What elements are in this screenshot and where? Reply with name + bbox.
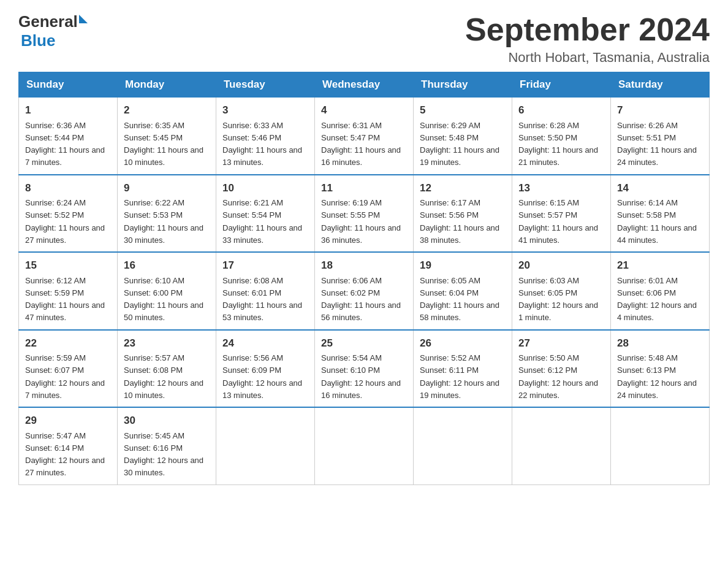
day-info: Sunrise: 5:45 AMSunset: 6:16 PMDaylight:… bbox=[124, 431, 203, 478]
weekday-header-thursday: Thursday bbox=[414, 72, 512, 98]
header: General Blue September 2024 North Hobart… bbox=[18, 12, 710, 66]
calendar-cell: 4 Sunrise: 6:31 AMSunset: 5:47 PMDayligh… bbox=[315, 98, 414, 175]
title-area: September 2024 North Hobart, Tasmania, A… bbox=[465, 12, 710, 66]
day-info: Sunrise: 6:12 AMSunset: 5:59 PMDaylight:… bbox=[25, 276, 105, 323]
calendar-cell: 2 Sunrise: 6:35 AMSunset: 5:45 PMDayligh… bbox=[118, 98, 216, 175]
day-info: Sunrise: 5:54 AMSunset: 6:10 PMDaylight:… bbox=[321, 353, 401, 400]
calendar-week-row: 29 Sunrise: 5:47 AMSunset: 6:14 PMDaylig… bbox=[19, 407, 710, 484]
day-number: 9 bbox=[124, 180, 210, 196]
day-info: Sunrise: 6:36 AMSunset: 5:44 PMDaylight:… bbox=[25, 121, 105, 167]
day-info: Sunrise: 6:03 AMSunset: 6:05 PMDaylight:… bbox=[518, 276, 598, 323]
calendar-cell: 14 Sunrise: 6:14 AMSunset: 5:58 PMDaylig… bbox=[611, 175, 710, 253]
calendar-cell: 26 Sunrise: 5:52 AMSunset: 6:11 PMDaylig… bbox=[414, 330, 512, 408]
logo: General Blue bbox=[18, 12, 88, 50]
calendar-week-row: 1 Sunrise: 6:36 AMSunset: 5:44 PMDayligh… bbox=[19, 98, 710, 175]
calendar-cell: 25 Sunrise: 5:54 AMSunset: 6:10 PMDaylig… bbox=[315, 330, 414, 408]
calendar-cell: 5 Sunrise: 6:29 AMSunset: 5:48 PMDayligh… bbox=[414, 98, 512, 175]
day-number: 26 bbox=[420, 335, 506, 351]
day-info: Sunrise: 5:48 AMSunset: 6:13 PMDaylight:… bbox=[617, 353, 697, 400]
logo-arrow-icon bbox=[79, 15, 88, 23]
day-number: 2 bbox=[124, 102, 210, 118]
day-number: 29 bbox=[25, 413, 111, 429]
day-info: Sunrise: 6:06 AMSunset: 6:02 PMDaylight:… bbox=[321, 276, 401, 323]
day-number: 3 bbox=[222, 102, 308, 118]
calendar-cell: 15 Sunrise: 6:12 AMSunset: 5:59 PMDaylig… bbox=[19, 252, 118, 330]
calendar-cell: 21 Sunrise: 6:01 AMSunset: 6:06 PMDaylig… bbox=[611, 252, 710, 330]
day-info: Sunrise: 6:05 AMSunset: 6:04 PMDaylight:… bbox=[420, 276, 499, 323]
day-number: 16 bbox=[124, 258, 210, 274]
calendar-cell bbox=[216, 407, 315, 484]
day-info: Sunrise: 6:08 AMSunset: 6:01 PMDaylight:… bbox=[222, 276, 302, 323]
calendar-cell: 20 Sunrise: 6:03 AMSunset: 6:05 PMDaylig… bbox=[512, 252, 611, 330]
day-info: Sunrise: 5:59 AMSunset: 6:07 PMDaylight:… bbox=[25, 353, 105, 400]
day-info: Sunrise: 5:50 AMSunset: 6:12 PMDaylight:… bbox=[518, 353, 598, 400]
day-number: 21 bbox=[617, 258, 703, 274]
calendar-cell: 30 Sunrise: 5:45 AMSunset: 6:16 PMDaylig… bbox=[118, 407, 216, 484]
day-number: 27 bbox=[518, 335, 604, 351]
calendar-cell: 23 Sunrise: 5:57 AMSunset: 6:08 PMDaylig… bbox=[118, 330, 216, 408]
calendar-table: SundayMondayTuesdayWednesdayThursdayFrid… bbox=[18, 72, 710, 485]
day-info: Sunrise: 6:10 AMSunset: 6:00 PMDaylight:… bbox=[124, 276, 203, 323]
day-number: 10 bbox=[222, 180, 308, 196]
calendar-cell bbox=[414, 407, 512, 484]
day-number: 24 bbox=[222, 335, 308, 351]
day-info: Sunrise: 5:56 AMSunset: 6:09 PMDaylight:… bbox=[222, 353, 302, 400]
calendar-cell: 6 Sunrise: 6:28 AMSunset: 5:50 PMDayligh… bbox=[512, 98, 611, 175]
day-info: Sunrise: 5:57 AMSunset: 6:08 PMDaylight:… bbox=[124, 353, 203, 400]
weekday-header-wednesday: Wednesday bbox=[315, 72, 414, 98]
calendar-cell: 3 Sunrise: 6:33 AMSunset: 5:46 PMDayligh… bbox=[216, 98, 315, 175]
day-info: Sunrise: 6:33 AMSunset: 5:46 PMDaylight:… bbox=[222, 121, 302, 167]
calendar-cell: 28 Sunrise: 5:48 AMSunset: 6:13 PMDaylig… bbox=[611, 330, 710, 408]
day-number: 11 bbox=[321, 180, 407, 196]
calendar-week-row: 8 Sunrise: 6:24 AMSunset: 5:52 PMDayligh… bbox=[19, 175, 710, 253]
day-info: Sunrise: 5:52 AMSunset: 6:11 PMDaylight:… bbox=[420, 353, 499, 400]
calendar-cell: 13 Sunrise: 6:15 AMSunset: 5:57 PMDaylig… bbox=[512, 175, 611, 253]
day-number: 13 bbox=[518, 180, 604, 196]
day-number: 6 bbox=[518, 102, 604, 118]
day-number: 15 bbox=[25, 258, 111, 274]
location-subtitle: North Hobart, Tasmania, Australia bbox=[465, 50, 710, 66]
day-info: Sunrise: 6:31 AMSunset: 5:47 PMDaylight:… bbox=[321, 121, 401, 167]
day-info: Sunrise: 6:14 AMSunset: 5:58 PMDaylight:… bbox=[617, 198, 697, 245]
day-number: 23 bbox=[124, 335, 210, 351]
weekday-header-saturday: Saturday bbox=[611, 72, 710, 98]
day-info: Sunrise: 6:26 AMSunset: 5:51 PMDaylight:… bbox=[617, 121, 697, 167]
weekday-header-row: SundayMondayTuesdayWednesdayThursdayFrid… bbox=[19, 72, 710, 98]
day-number: 5 bbox=[420, 102, 506, 118]
day-number: 25 bbox=[321, 335, 407, 351]
day-info: Sunrise: 6:24 AMSunset: 5:52 PMDaylight:… bbox=[25, 198, 105, 245]
logo-blue-text: Blue bbox=[21, 31, 55, 50]
logo-general-text: General bbox=[18, 12, 78, 31]
day-number: 14 bbox=[617, 180, 703, 196]
day-number: 18 bbox=[321, 258, 407, 274]
day-number: 8 bbox=[25, 180, 111, 196]
weekday-header-tuesday: Tuesday bbox=[216, 72, 315, 98]
calendar-cell: 1 Sunrise: 6:36 AMSunset: 5:44 PMDayligh… bbox=[19, 98, 118, 175]
day-number: 1 bbox=[25, 102, 111, 118]
calendar-cell: 7 Sunrise: 6:26 AMSunset: 5:51 PMDayligh… bbox=[611, 98, 710, 175]
calendar-cell: 24 Sunrise: 5:56 AMSunset: 6:09 PMDaylig… bbox=[216, 330, 315, 408]
calendar-cell: 12 Sunrise: 6:17 AMSunset: 5:56 PMDaylig… bbox=[414, 175, 512, 253]
day-number: 20 bbox=[518, 258, 604, 274]
day-info: Sunrise: 6:21 AMSunset: 5:54 PMDaylight:… bbox=[222, 198, 302, 245]
day-number: 28 bbox=[617, 335, 703, 351]
day-number: 4 bbox=[321, 102, 407, 118]
calendar-cell: 8 Sunrise: 6:24 AMSunset: 5:52 PMDayligh… bbox=[19, 175, 118, 253]
calendar-cell: 18 Sunrise: 6:06 AMSunset: 6:02 PMDaylig… bbox=[315, 252, 414, 330]
calendar-cell bbox=[512, 407, 611, 484]
day-number: 30 bbox=[124, 413, 210, 429]
weekday-header-friday: Friday bbox=[512, 72, 611, 98]
calendar-cell: 10 Sunrise: 6:21 AMSunset: 5:54 PMDaylig… bbox=[216, 175, 315, 253]
day-number: 17 bbox=[222, 258, 308, 274]
day-info: Sunrise: 6:29 AMSunset: 5:48 PMDaylight:… bbox=[420, 121, 499, 167]
day-info: Sunrise: 6:15 AMSunset: 5:57 PMDaylight:… bbox=[518, 198, 598, 245]
calendar-cell bbox=[315, 407, 414, 484]
calendar-cell: 17 Sunrise: 6:08 AMSunset: 6:01 PMDaylig… bbox=[216, 252, 315, 330]
calendar-week-row: 15 Sunrise: 6:12 AMSunset: 5:59 PMDaylig… bbox=[19, 252, 710, 330]
calendar-cell: 9 Sunrise: 6:22 AMSunset: 5:53 PMDayligh… bbox=[118, 175, 216, 253]
day-number: 12 bbox=[420, 180, 506, 196]
day-info: Sunrise: 6:28 AMSunset: 5:50 PMDaylight:… bbox=[518, 121, 598, 167]
day-number: 7 bbox=[617, 102, 703, 118]
day-info: Sunrise: 6:01 AMSunset: 6:06 PMDaylight:… bbox=[617, 276, 697, 323]
calendar-week-row: 22 Sunrise: 5:59 AMSunset: 6:07 PMDaylig… bbox=[19, 330, 710, 408]
